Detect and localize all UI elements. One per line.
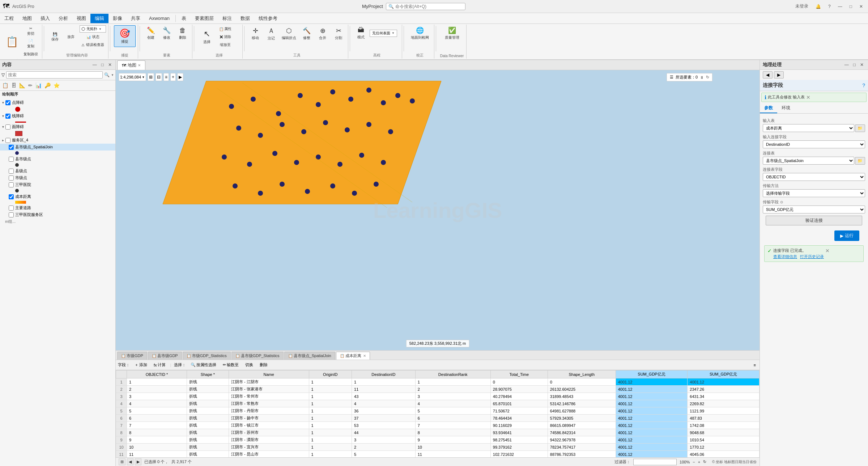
join-field-select[interactable]: DestinationID xyxy=(763,140,865,148)
layer-checkbox-line-barrier[interactable] xyxy=(5,114,10,119)
layer-item-poly-barrier-group[interactable]: ▾ 面障碍 xyxy=(0,123,115,130)
modify-button[interactable]: 🔧修改 xyxy=(159,25,174,41)
input-table-select[interactable]: 成本距离 xyxy=(763,124,854,132)
layer-toolbar-btn6[interactable]: 🔑 xyxy=(44,82,51,89)
layer-checkbox-spatial-join[interactable] xyxy=(9,145,14,150)
calc-btn[interactable]: fx 计算 xyxy=(152,361,167,369)
layer-checkbox-county-points[interactable] xyxy=(9,169,14,174)
layer-toolbar-btn5[interactable]: 📊 xyxy=(35,82,42,89)
zoom-out-btn[interactable]: − xyxy=(693,460,695,464)
layer-item-main-roads[interactable]: 主要道路 xyxy=(0,204,115,211)
menu-view[interactable]: 视图 xyxy=(72,14,90,23)
zoom-to-button[interactable]: 缩放至 xyxy=(217,41,233,48)
layer-toolbar-btn2[interactable]: 🗄 xyxy=(10,82,17,89)
menu-linear-ref[interactable]: 线性参考 xyxy=(254,14,282,23)
menu-data[interactable]: 数据 xyxy=(236,14,254,23)
scale-selector[interactable]: 1:4,298,084 ▼ xyxy=(119,73,146,81)
layer-toolbar-btn4[interactable]: ✏ xyxy=(27,82,33,89)
menu-share[interactable]: 共享 xyxy=(127,14,145,23)
table-tab-county-gdp[interactable]: 📋 县市级GDP xyxy=(148,352,182,360)
layer-item-hospital[interactable]: 三甲医院 xyxy=(0,181,115,188)
sidebar-close-btn[interactable]: ✕ xyxy=(107,62,113,68)
menu-label[interactable]: 标注 xyxy=(218,14,236,23)
th-sumgdp1[interactable]: SUM_GDP亿元 xyxy=(616,370,688,378)
maximize-btn[interactable]: □ xyxy=(847,3,854,10)
sidebar-float-btn[interactable]: □ xyxy=(100,62,105,68)
edit-vertices-button[interactable]: ⬡编辑折点 xyxy=(280,26,298,42)
copy-path-button[interactable]: 复制路径 xyxy=(22,51,40,58)
table-tab-city-gdp[interactable]: 📋 市级GDP xyxy=(117,352,147,360)
panel-pin-btn[interactable]: — xyxy=(843,62,850,68)
panel-close-btn[interactable]: ✕ xyxy=(859,62,865,68)
layer-toolbar-btn3[interactable]: 📐 xyxy=(18,82,26,89)
select-by-attr-btn[interactable]: 🔍 按属性选择 xyxy=(189,361,218,369)
refresh-btn[interactable]: ↻ xyxy=(706,75,709,80)
table-tab-city-stats[interactable]: 📋 市级GDP_Statistics xyxy=(183,352,231,360)
th-totaltime[interactable]: Total_Time xyxy=(490,370,548,378)
merge-button[interactable]: ⊕合并 xyxy=(315,26,330,42)
mode-button[interactable]: 🏔模式 xyxy=(354,25,368,41)
zoom-in-btn[interactable]: + xyxy=(698,460,700,464)
clear-button[interactable]: 🗙清除 xyxy=(217,33,233,41)
env-tab[interactable]: 环境 xyxy=(777,103,795,113)
validate-btn[interactable]: 验证连接 xyxy=(766,216,862,225)
map-tool-2[interactable]: ⊟ xyxy=(156,73,162,81)
tab-close-cost[interactable]: ✕ xyxy=(363,354,366,358)
map-tool-5[interactable]: ▶ xyxy=(177,73,183,81)
transfer-method-select[interactable]: 选择传输字段 xyxy=(763,189,865,197)
create-button[interactable]: ✏️创建 xyxy=(144,25,158,41)
map-tab-main[interactable]: 🗺 地图 ✕ xyxy=(117,60,145,70)
th-objectid[interactable]: OBJECTID * xyxy=(127,370,187,378)
run-button[interactable]: ▶ 运行 xyxy=(834,230,859,241)
layer-item-cost-distance[interactable]: 成本距离 xyxy=(0,193,115,200)
transfer-field-select[interactable]: SUM_GDP亿元 xyxy=(763,206,865,213)
info-close-btn[interactable]: ✕ xyxy=(806,94,810,100)
refresh-table-btn[interactable]: ↻ xyxy=(703,459,706,464)
sidebar-search-input[interactable] xyxy=(6,71,103,79)
minimize-btn[interactable]: — xyxy=(836,3,844,10)
params-tab[interactable]: 参数 xyxy=(760,103,777,113)
success-close-btn[interactable]: ✕ xyxy=(825,248,830,254)
menu-insert[interactable]: 插入 xyxy=(36,14,54,23)
join-table-select[interactable]: 县市级点_SpatialJoin xyxy=(763,157,854,165)
panel-float-btn[interactable]: □ xyxy=(852,62,857,68)
table-tab-cost-distance[interactable]: 📋 成本距离 ✕ xyxy=(336,352,370,360)
menu-map[interactable]: 地图 xyxy=(18,14,36,23)
snap-button[interactable]: 🎯 捕捉 xyxy=(114,25,136,47)
open-history-link[interactable]: 打开历史记录 xyxy=(800,254,824,259)
menu-axwoman[interactable]: Axwoman xyxy=(145,14,174,22)
layer-item-point-barrier-group[interactable]: ▾ 点障碍 xyxy=(0,99,115,106)
menu-analysis[interactable]: 分析 xyxy=(54,14,72,23)
move-button[interactable]: ✛移动 xyxy=(248,26,263,42)
map-tool-1[interactable]: ⊞ xyxy=(148,73,154,81)
select-button[interactable]: ↖选择 xyxy=(198,26,216,48)
layer-checkbox-service-area[interactable] xyxy=(5,138,10,143)
error-inspector-button[interactable]: ⚠错误检查器 xyxy=(80,41,106,48)
surface-dropdown[interactable]: 无任何表面 ▼ xyxy=(370,30,397,37)
sidebar-pin-btn[interactable]: — xyxy=(91,62,98,68)
attributes-button[interactable]: 📋属性 xyxy=(217,25,233,33)
layer-item-city-points[interactable]: 县市级点 xyxy=(0,156,115,162)
delete-button[interactable]: 🗑删除 xyxy=(175,26,190,41)
cut-button[interactable]: ✂剪切 xyxy=(22,25,40,37)
close-btn[interactable]: ✕ xyxy=(857,3,865,10)
topology-dropdown[interactable]: ⬡ 无拓扑 ▼ xyxy=(80,25,106,33)
th-shape[interactable]: Shape * xyxy=(187,370,229,378)
menu-edit[interactable]: 编辑 xyxy=(90,14,109,23)
table-menu-btn[interactable]: ≡ xyxy=(752,362,757,368)
add-field-btn[interactable]: ＋ 添加 xyxy=(133,361,149,369)
th-sumgdp2[interactable]: SUM_GDP亿元 xyxy=(688,370,760,378)
sidebar-search-dropdown[interactable]: ▼ xyxy=(111,73,114,77)
user-login-btn[interactable]: 未登录 xyxy=(793,3,810,10)
global-search-box[interactable]: 🔍 xyxy=(386,3,465,10)
forward-btn[interactable]: ▶ xyxy=(774,71,784,79)
table-tab-spatial-join[interactable]: 📋 县市级点_SpatialJoin xyxy=(284,352,335,360)
switch-select-btn[interactable]: 切换 xyxy=(243,361,255,369)
layer-item-city-level[interactable]: 市级点 xyxy=(0,174,115,181)
layer-checkbox-main-roads[interactable] xyxy=(9,206,14,211)
filter-input[interactable] xyxy=(633,459,677,465)
th-destrank[interactable]: DestinationRank xyxy=(415,370,490,378)
split-button[interactable]: ✂分割 xyxy=(331,26,346,42)
copy-button[interactable]: 📄复制 xyxy=(22,38,40,50)
delete-selected-btn[interactable]: 删除 xyxy=(258,361,269,369)
